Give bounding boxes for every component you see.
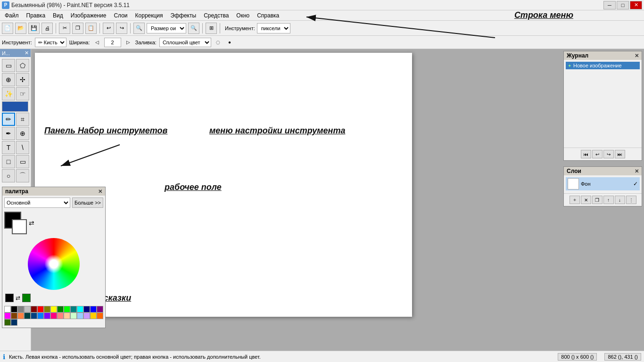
tool-color-area[interactable]	[2, 101, 28, 112]
tool-pencil[interactable]: ✒	[2, 127, 15, 140]
tool-line[interactable]: \	[16, 141, 29, 154]
swatch[interactable]	[4, 319, 11, 326]
swatch[interactable]	[70, 306, 77, 313]
menu-correction[interactable]: Коррекция	[132, 11, 167, 20]
undo-btn[interactable]: ↩	[103, 23, 114, 34]
swatch[interactable]	[31, 306, 37, 313]
swatch[interactable]	[50, 313, 57, 319]
swatch[interactable]	[64, 313, 70, 319]
swatch[interactable]	[4, 313, 11, 319]
tool-rounded-rect[interactable]: ▭	[16, 155, 29, 168]
swatch[interactable]	[83, 306, 90, 313]
swatch[interactable]	[24, 306, 31, 313]
width-input[interactable]	[104, 38, 121, 47]
journal-item[interactable]: ✦ Новое изображение	[566, 62, 640, 69]
hardness-icon[interactable]: ●	[225, 38, 234, 47]
redo-btn[interactable]: ↪	[116, 23, 127, 34]
tool-eraser[interactable]: ⌗	[16, 113, 29, 126]
swatch[interactable]	[17, 313, 24, 319]
swatch[interactable]	[37, 306, 44, 313]
tool-select-rect[interactable]: ▭	[2, 59, 15, 72]
swatch[interactable]	[90, 306, 97, 313]
menu-tools[interactable]: Средства	[200, 11, 232, 20]
swatch[interactable]	[57, 313, 64, 319]
layer-duplicate-btn[interactable]: ❐	[592, 196, 603, 204]
paste-btn[interactable]: 📋	[85, 23, 97, 34]
maximize-button[interactable]: □	[617, 1, 629, 9]
swatch[interactable]	[31, 313, 37, 319]
swap-icon-small[interactable]: ⇄	[16, 295, 20, 301]
tool-move[interactable]: ✢	[16, 73, 29, 86]
minimize-button[interactable]: ─	[603, 1, 616, 9]
journal-redo-btn[interactable]: ↪	[603, 150, 614, 158]
swatch[interactable]	[77, 306, 83, 313]
swatch[interactable]	[11, 306, 17, 313]
swatch[interactable]	[90, 313, 97, 319]
zoom-dropdown[interactable]: Размер ои	[147, 23, 186, 33]
green-color-btn[interactable]	[22, 294, 31, 302]
swatch[interactable]	[50, 306, 57, 313]
swatch[interactable]	[11, 319, 17, 326]
menu-layers[interactable]: Слои	[110, 11, 131, 20]
tool-select-free[interactable]: ⬠	[16, 59, 29, 72]
close-button[interactable]: ✕	[630, 1, 642, 9]
layer-add-btn[interactable]: ＋	[570, 196, 580, 204]
swatch[interactable]	[97, 306, 103, 313]
secondary-color[interactable]	[12, 219, 27, 234]
palette-more-btn[interactable]: Больше >>	[72, 197, 103, 208]
swatch[interactable]	[17, 306, 24, 313]
swatch[interactable]	[24, 313, 31, 319]
canvas-area[interactable]: Панель Набор инструметов меню настройки …	[31, 49, 561, 351]
palette-close-button[interactable]: ✕	[98, 189, 102, 195]
tool-freeform[interactable]: ⌒	[16, 169, 29, 182]
swap-colors-icon[interactable]: ⇄	[29, 219, 34, 227]
layer-up-btn[interactable]: ↑	[603, 196, 614, 204]
fill-select[interactable]: Сплошной цвет	[159, 38, 211, 47]
journal-undo-btn[interactable]: ↩	[592, 150, 603, 158]
black-color-btn[interactable]	[5, 294, 14, 302]
tool-text[interactable]: T	[2, 141, 15, 154]
units-dropdown[interactable]: пиксели	[257, 23, 290, 33]
copy-btn[interactable]: ❐	[72, 23, 83, 34]
journal-close-button[interactable]: ✕	[635, 53, 639, 59]
swatch[interactable]	[44, 306, 50, 313]
swatch[interactable]	[44, 313, 50, 319]
tool-select[interactable]: ✏ Кисть	[35, 38, 66, 47]
swatch[interactable]	[11, 313, 17, 319]
print-btn[interactable]: 🖨	[41, 23, 53, 34]
tool-rectangle[interactable]: □	[2, 155, 15, 168]
journal-last-btn[interactable]: ⏭	[615, 150, 625, 158]
tools-panel-close[interactable]: ✕	[25, 50, 29, 56]
swatch[interactable]	[37, 313, 44, 319]
tool-clone[interactable]: ⊕	[16, 127, 29, 140]
tool-zoom[interactable]: ⊕	[2, 73, 15, 86]
layer-visibility-check[interactable]: ✓	[633, 181, 638, 187]
swatch[interactable]	[57, 306, 64, 313]
menu-effects[interactable]: Эффекты	[167, 11, 200, 20]
menu-view[interactable]: Вид	[49, 11, 67, 20]
width-decrease-icon[interactable]: ◁	[93, 38, 101, 47]
width-increase-icon[interactable]: ▷	[124, 38, 132, 47]
swatch[interactable]	[83, 313, 90, 319]
journal-first-btn[interactable]: ⏮	[581, 150, 591, 158]
zoom-out-btn[interactable]: 🔍	[133, 23, 145, 34]
palette-mode-select[interactable]: Основной	[4, 197, 70, 208]
swatch[interactable]	[70, 313, 77, 319]
cut-btn[interactable]: ✂	[59, 23, 70, 34]
menu-help[interactable]: Справка	[253, 11, 283, 20]
layer-props-btn[interactable]: ⋮	[626, 196, 636, 204]
tool-magic-wand[interactable]: ✨	[2, 87, 15, 100]
layer-delete-btn[interactable]: ✕	[581, 196, 591, 204]
grid-btn[interactable]: ⊞	[206, 23, 217, 34]
menu-image[interactable]: Изображение	[67, 11, 110, 20]
tool-ellipse[interactable]: ○	[2, 169, 15, 182]
menu-file[interactable]: Файл	[1, 11, 23, 20]
swatch[interactable]	[97, 313, 103, 319]
swatch[interactable]	[4, 306, 11, 313]
layer-item[interactable]: Фон ✓	[566, 177, 640, 190]
tool-hand[interactable]: ☞	[16, 87, 29, 100]
open-btn[interactable]: 📂	[15, 23, 26, 34]
zoom-in-btn[interactable]: 🔍	[188, 23, 199, 34]
menu-edit[interactable]: Правка	[23, 11, 50, 20]
tool-brush[interactable]: ✏	[2, 113, 15, 126]
